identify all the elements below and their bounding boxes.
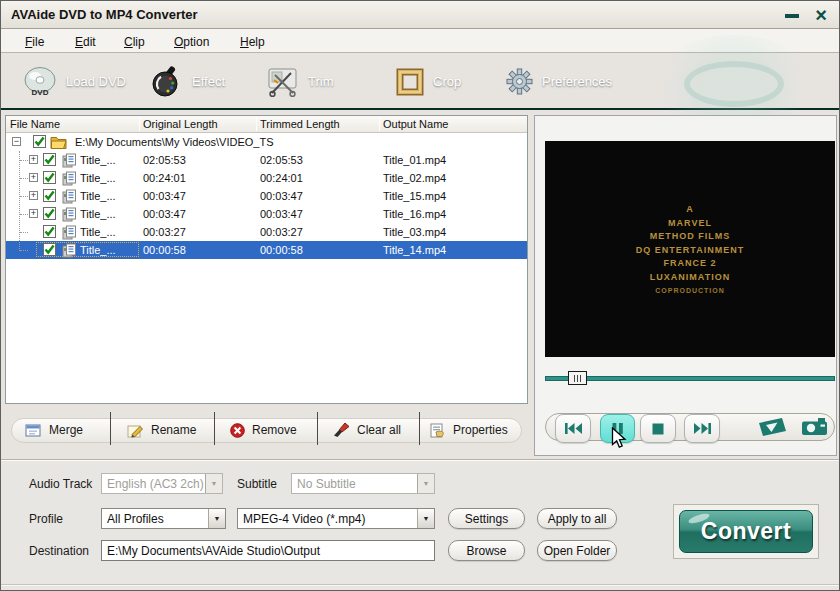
file-rows: −E:\My Documents\My Videos\VIDEO_TS+Titl… [6, 133, 527, 259]
toolbar-button-crop[interactable]: Crop [396, 53, 461, 110]
stop-button[interactable] [640, 414, 676, 443]
cell-trimmed: 00:03:47 [260, 190, 303, 202]
snapshot-button[interactable] [801, 417, 828, 436]
cell-original: 00:24:01 [143, 172, 186, 184]
button-separator [317, 412, 318, 445]
close-icon[interactable]: × [815, 2, 827, 28]
row-checkbox[interactable] [43, 189, 56, 202]
tree-root-row[interactable]: −E:\My Documents\My Videos\VIDEO_TS [6, 133, 527, 151]
toolbar-button-effect[interactable]: Effect [151, 53, 225, 110]
folder-open-icon [50, 135, 67, 151]
cell-trimmed: 02:05:53 [260, 154, 303, 166]
credit-line: FRANCE 2 [545, 257, 835, 271]
button-separator [110, 412, 111, 445]
menu-item-option[interactable]: Option [168, 33, 215, 51]
toolbar-button-load-dvd[interactable]: DVDLoad DVD [23, 53, 126, 110]
tree-expand-toggle[interactable]: + [29, 155, 38, 164]
table-row[interactable]: +Title_...00:03:4700:03:47Title_15.mp4 [6, 187, 527, 205]
previous-button[interactable] [555, 414, 591, 443]
credit-line: DQ ENTERTAINMENT [545, 244, 835, 258]
trim-scissors-icon [267, 66, 299, 97]
minimize-icon[interactable] [785, 14, 799, 18]
playback-slider[interactable] [545, 375, 835, 383]
audio-track-value: English (AC3 2ch) [107, 477, 204, 491]
next-button[interactable] [684, 414, 720, 443]
tree-expand-toggle[interactable]: + [29, 173, 38, 182]
row-checkbox[interactable] [43, 153, 56, 166]
video-file-icon [62, 225, 77, 242]
tree-expand-toggle[interactable]: + [29, 209, 38, 218]
subtitle-value: No Subtitle [297, 477, 356, 491]
root-checkbox[interactable] [33, 135, 46, 148]
dvd-disc-icon: DVD [23, 67, 57, 97]
clear-brush-icon [333, 422, 350, 438]
button-separator [214, 412, 215, 445]
column-header-output-name[interactable]: Output Name [383, 118, 448, 130]
row-checkbox[interactable] [43, 207, 56, 220]
cell-trimmed: 00:00:58 [260, 244, 303, 256]
cell-output: Title_02.mp4 [383, 172, 446, 184]
fullscreen-button[interactable] [757, 417, 788, 438]
convert-button[interactable]: Convert [679, 510, 813, 553]
column-header-original-length[interactable]: Original Length [143, 118, 218, 130]
column-header-file-name[interactable]: File Name [10, 118, 60, 130]
cell-original: 00:03:47 [143, 190, 186, 202]
subtitle-select[interactable]: No Subtitle ▼ [291, 473, 435, 494]
profile-select[interactable]: All Profiles ▼ [101, 508, 226, 529]
table-row[interactable]: +Title_...00:24:0100:24:01Title_02.mp4 [6, 169, 527, 187]
apply-to-all-button[interactable]: Apply to all [537, 508, 617, 529]
tree-expand-toggle[interactable]: + [29, 191, 38, 200]
format-value: MPEG-4 Video (*.mp4) [243, 512, 366, 526]
merge-button[interactable]: Merge [25, 419, 83, 441]
action-label: Clear all [357, 423, 401, 437]
tree-collapse-toggle[interactable]: − [12, 137, 21, 146]
root-path: E:\My Documents\My Videos\VIDEO_TS [75, 136, 273, 148]
rename-button[interactable]: Rename [127, 419, 196, 441]
row-checkbox[interactable] [43, 225, 56, 238]
preview-panel: AMARVELMETHOD FILMSDQ ENTERTAINMENTFRANC… [534, 115, 837, 456]
format-select[interactable]: MPEG-4 Video (*.mp4) ▼ [237, 508, 435, 529]
cell-original: 00:03:47 [143, 208, 186, 220]
subtitle-label: Subtitle [237, 477, 277, 491]
cell-name: Title_... [80, 172, 116, 184]
video-credits: AMARVELMETHOD FILMSDQ ENTERTAINMENTFRANC… [545, 203, 835, 298]
properties-icon [429, 423, 446, 438]
table-row[interactable]: Title_...00:00:5800:00:58Title_14.mp4 [6, 241, 527, 259]
clear-all-button[interactable]: Clear all [333, 419, 401, 441]
open-folder-button[interactable]: Open Folder [537, 540, 617, 561]
skip-back-icon [564, 422, 583, 435]
menu-item-clip[interactable]: Clip [118, 33, 151, 51]
slider-track[interactable] [545, 376, 835, 381]
audio-track-select[interactable]: English (AC3 2ch) ▼ [101, 473, 223, 494]
table-row[interactable]: +Title_...02:05:5302:05:53Title_01.mp4 [6, 151, 527, 169]
table-row[interactable]: +Title_...00:03:4700:03:47Title_16.mp4 [6, 205, 527, 223]
menu-label: dit [83, 35, 96, 49]
table-row[interactable]: Title_...00:03:2700:03:27Title_03.mp4 [6, 223, 527, 241]
row-checkbox[interactable] [43, 171, 56, 184]
menu-item-file[interactable]: File [19, 33, 50, 51]
chevron-down-icon: ▼ [208, 509, 225, 528]
browse-button[interactable]: Browse [448, 540, 525, 561]
chevron-down-icon: ▼ [205, 474, 222, 493]
cell-output: Title_16.mp4 [383, 208, 446, 220]
cell-original: 00:03:27 [143, 226, 186, 238]
credit-line: METHOD FILMS [545, 230, 835, 244]
action-label: Remove [252, 423, 297, 437]
destination-field[interactable]: E:\My Documents\AVAide Studio\Output [101, 540, 435, 561]
cell-trimmed: 00:24:01 [260, 172, 303, 184]
pause-button[interactable] [600, 414, 635, 443]
effect-gauge-icon [151, 66, 183, 97]
toolbar-button-trim[interactable]: Trim [267, 53, 334, 110]
chevron-down-icon: ▼ [417, 474, 434, 493]
crop-frame-icon [396, 68, 424, 96]
remove-button[interactable]: Remove [230, 419, 297, 441]
column-header-trimmed-length[interactable]: Trimmed Length [260, 118, 340, 130]
toolbar-button-preferences[interactable]: Preferences [506, 53, 612, 110]
settings-button[interactable]: Settings [448, 508, 525, 529]
properties-button[interactable]: Properties [429, 419, 508, 441]
title-bar: AVAide DVD to MP4 Converter × [1, 1, 839, 29]
slider-thumb[interactable] [568, 371, 587, 385]
credit-line: LUXANIMATION [545, 271, 835, 285]
menu-item-help[interactable]: Help [234, 33, 271, 51]
menu-item-edit[interactable]: Edit [69, 33, 102, 51]
